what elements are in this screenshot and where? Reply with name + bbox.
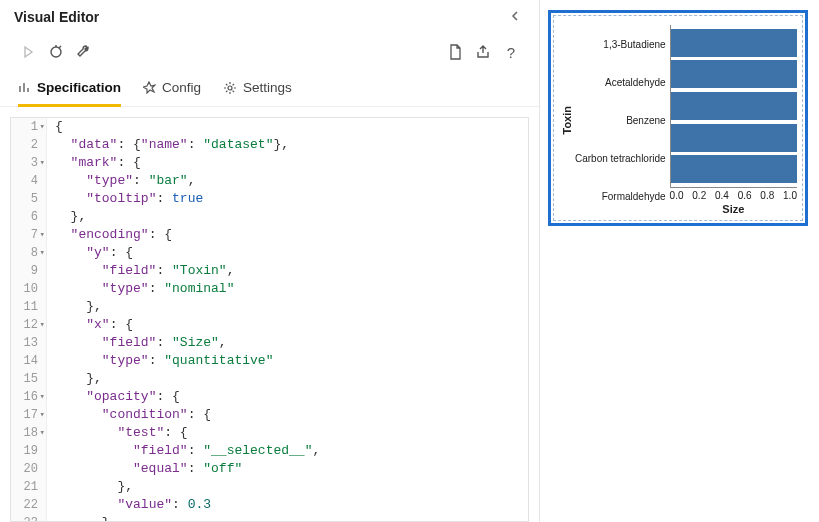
chart-container[interactable]: Toxin 1,3-ButadieneAcetaldehydeBenzeneCa… bbox=[548, 10, 808, 226]
code-line[interactable]: 22 "value": 0.3 bbox=[11, 496, 528, 514]
chart-x-tick: 0.6 bbox=[738, 190, 752, 201]
chart-bar[interactable] bbox=[671, 92, 797, 120]
editor-pane: Visual Editor ? Specification Conf bbox=[0, 0, 540, 522]
code-line[interactable]: 2 "data": {"name": "dataset"}, bbox=[11, 136, 528, 154]
chart-x-ticks: 0.00.20.40.60.81.0 bbox=[670, 188, 797, 201]
help-button[interactable]: ? bbox=[497, 38, 525, 66]
code-line[interactable]: 15 }, bbox=[11, 370, 528, 388]
run-button[interactable] bbox=[14, 38, 42, 66]
code-line[interactable]: 14 "type": "quantitative" bbox=[11, 352, 528, 370]
chart-x-tick: 0.8 bbox=[760, 190, 774, 201]
panel-title: Visual Editor bbox=[14, 9, 99, 25]
chart-x-tick: 1.0 bbox=[783, 190, 797, 201]
editor-tabs: Specification Config Settings bbox=[0, 72, 539, 107]
repair-button[interactable] bbox=[70, 38, 98, 66]
chart-bar[interactable] bbox=[671, 155, 797, 183]
tab-label: Specification bbox=[37, 80, 121, 95]
chart-x-axis-label: Size bbox=[670, 201, 797, 215]
tab-specification[interactable]: Specification bbox=[18, 72, 121, 107]
chart-y-axis-label: Toxin bbox=[559, 106, 575, 135]
code-line[interactable]: 21 }, bbox=[11, 478, 528, 496]
tab-settings[interactable]: Settings bbox=[223, 72, 292, 107]
editor-header: Visual Editor bbox=[0, 0, 539, 34]
collapse-panel-button[interactable] bbox=[503, 7, 527, 27]
editor-toolbar: ? bbox=[0, 34, 539, 72]
code-line[interactable]: 18▾ "test": { bbox=[11, 424, 528, 442]
preview-pane: Toxin 1,3-ButadieneAcetaldehydeBenzeneCa… bbox=[540, 0, 819, 522]
chart-category-label: 1,3-Butadiene bbox=[575, 39, 666, 50]
chart-bar[interactable] bbox=[671, 60, 797, 88]
code-line[interactable]: 17▾ "condition": { bbox=[11, 406, 528, 424]
chart-x-tick: 0.0 bbox=[670, 190, 684, 201]
chart-bar[interactable] bbox=[671, 124, 797, 152]
chart-category-label: Acetaldehyde bbox=[575, 77, 666, 88]
code-line[interactable]: 6 }, bbox=[11, 208, 528, 226]
code-editor[interactable]: 1▾{2 "data": {"name": "dataset"},3▾ "mar… bbox=[10, 117, 529, 522]
code-line[interactable]: 16▾ "opacity": { bbox=[11, 388, 528, 406]
chart-category-label: Carbon tetrachloride bbox=[575, 153, 666, 164]
code-line[interactable]: 10 "type": "nominal" bbox=[11, 280, 528, 298]
reparse-button[interactable] bbox=[42, 38, 70, 66]
code-line[interactable]: 4 "type": "bar", bbox=[11, 172, 528, 190]
chart-bars bbox=[670, 25, 797, 188]
chart-x-tick: 0.4 bbox=[715, 190, 729, 201]
code-line[interactable]: 9 "field": "Toxin", bbox=[11, 262, 528, 280]
new-spec-button[interactable] bbox=[441, 38, 469, 66]
code-line[interactable]: 13 "field": "Size", bbox=[11, 334, 528, 352]
chart-bar[interactable] bbox=[671, 29, 797, 57]
code-line[interactable]: 20 "equal": "off" bbox=[11, 460, 528, 478]
chart-x-tick: 0.2 bbox=[692, 190, 706, 201]
code-line[interactable]: 8▾ "y": { bbox=[11, 244, 528, 262]
tab-config[interactable]: Config bbox=[143, 72, 201, 107]
code-line[interactable]: 12▾ "x": { bbox=[11, 316, 528, 334]
code-line[interactable]: 19 "field": "__selected__", bbox=[11, 442, 528, 460]
code-line[interactable]: 7▾ "encoding": { bbox=[11, 226, 528, 244]
chart-y-categories: 1,3-ButadieneAcetaldehydeBenzeneCarbon t… bbox=[575, 25, 670, 215]
svg-point-0 bbox=[51, 47, 61, 57]
code-line[interactable]: 23 } bbox=[11, 514, 528, 522]
svg-point-1 bbox=[228, 86, 232, 90]
chart-category-label: Formaldehyde bbox=[575, 191, 666, 202]
export-button[interactable] bbox=[469, 38, 497, 66]
chart-category-label: Benzene bbox=[575, 115, 666, 126]
tab-label: Settings bbox=[243, 80, 292, 95]
code-line[interactable]: 5 "tooltip": true bbox=[11, 190, 528, 208]
code-line[interactable]: 1▾{ bbox=[11, 118, 528, 136]
code-line[interactable]: 11 }, bbox=[11, 298, 528, 316]
tab-label: Config bbox=[162, 80, 201, 95]
code-line[interactable]: 3▾ "mark": { bbox=[11, 154, 528, 172]
